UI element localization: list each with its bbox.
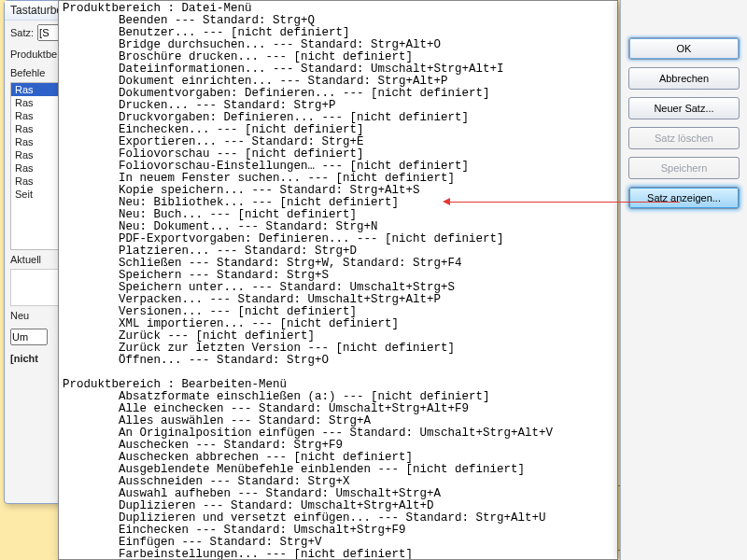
um-input[interactable] xyxy=(10,329,48,345)
new-set-button[interactable]: Neuer Satz... xyxy=(628,97,740,119)
right-button-panel: OK Abbrechen Neuer Satz... Satz löschen … xyxy=(620,0,747,560)
show-set-button[interactable]: Satz anzeigen... xyxy=(628,187,740,209)
save-button: Speichern xyxy=(628,157,740,179)
delete-set-button: Satz löschen xyxy=(628,127,740,149)
shortcut-listing-panel: Produktbereich : Datei-Menü Beenden --- … xyxy=(58,0,618,560)
aktuell-label: Aktuell xyxy=(10,254,41,265)
shortcut-listing-text: Produktbereich : Datei-Menü Beenden --- … xyxy=(59,1,617,559)
nicht-label: [nicht xyxy=(10,353,38,364)
shortcut-listing-scroll[interactable]: Produktbereich : Datei-Menü Beenden --- … xyxy=(59,1,617,559)
neu-label: Neu xyxy=(10,310,29,321)
ok-button[interactable]: OK xyxy=(628,37,740,60)
cancel-button[interactable]: Abbrechen xyxy=(628,67,740,90)
befehle-label: Befehle xyxy=(10,67,45,78)
satz-label: Satz: xyxy=(10,27,34,38)
